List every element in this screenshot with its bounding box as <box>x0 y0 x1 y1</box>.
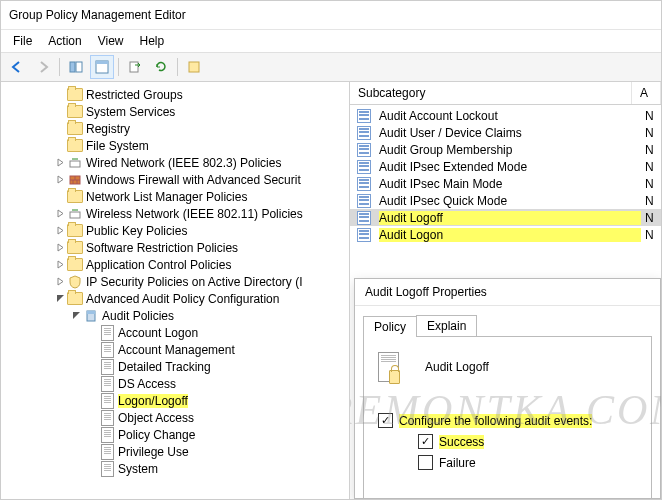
spacer <box>53 190 67 204</box>
list-row[interactable]: Audit Account LockoutN <box>350 107 661 124</box>
spacer <box>85 377 99 391</box>
tree-item[interactable]: Account Logon <box>1 324 349 341</box>
tree-label: Account Logon <box>118 326 198 340</box>
collapse-icon[interactable] <box>69 309 83 323</box>
folder-icon <box>67 138 83 154</box>
tab-policy[interactable]: Policy <box>363 316 417 337</box>
svg-rect-3 <box>96 61 108 64</box>
tree-item[interactable]: IP Security Policies on Active Directory… <box>1 273 349 290</box>
separator <box>118 58 119 76</box>
separator <box>177 58 178 76</box>
list-row[interactable]: Audit IPsec Quick ModeN <box>350 192 661 209</box>
back-button[interactable] <box>5 55 29 79</box>
properties-button[interactable] <box>90 55 114 79</box>
folder-icon <box>67 291 83 307</box>
tree-label: DS Access <box>118 377 176 391</box>
menu-action[interactable]: Action <box>40 32 89 50</box>
tree-item[interactable]: Public Key Policies <box>1 222 349 239</box>
expand-icon[interactable] <box>53 207 67 221</box>
tree-item[interactable]: Software Restriction Policies <box>1 239 349 256</box>
spacer <box>85 343 99 357</box>
spacer <box>53 88 67 102</box>
list-header[interactable]: Subcategory A <box>350 82 661 105</box>
forward-button[interactable] <box>31 55 55 79</box>
doc-icon <box>99 461 115 477</box>
tree-item[interactable]: Audit Policies <box>1 307 349 324</box>
list-pane: Subcategory A Audit Account LockoutNAudi… <box>350 82 661 499</box>
collapse-icon[interactable] <box>53 292 67 306</box>
expand-icon[interactable] <box>53 275 67 289</box>
export-button[interactable] <box>123 55 147 79</box>
col-audit[interactable]: A <box>632 82 661 104</box>
doc-icon <box>99 325 115 341</box>
tree-item[interactable]: Application Control Policies <box>1 256 349 273</box>
spacer <box>85 428 99 442</box>
expand-icon[interactable] <box>53 241 67 255</box>
expand-icon[interactable] <box>53 258 67 272</box>
tree-item[interactable]: Policy Change <box>1 426 349 443</box>
audit-icon <box>356 125 372 141</box>
spacer <box>85 411 99 425</box>
tree-item[interactable]: System <box>1 460 349 477</box>
tree-item[interactable]: Windows Firewall with Advanced Securit <box>1 171 349 188</box>
show-hide-tree-button[interactable] <box>64 55 88 79</box>
tree-item[interactable]: Detailed Tracking <box>1 358 349 375</box>
doc-icon <box>99 410 115 426</box>
tree-label: Network List Manager Policies <box>86 190 247 204</box>
tree-label: File System <box>86 139 149 153</box>
tree-item[interactable]: System Services <box>1 103 349 120</box>
failure-label: Failure <box>439 456 476 470</box>
row-value: N <box>645 177 661 191</box>
menu-file[interactable]: File <box>5 32 40 50</box>
list-row[interactable]: Audit IPsec Main ModeN <box>350 175 661 192</box>
expand-icon[interactable] <box>53 224 67 238</box>
configure-label: Configure the following audit events: <box>399 414 592 428</box>
tree-item[interactable]: DS Access <box>1 375 349 392</box>
spacer <box>53 105 67 119</box>
tree-item[interactable]: Registry <box>1 120 349 137</box>
help-button[interactable] <box>182 55 206 79</box>
tree-item[interactable]: Account Management <box>1 341 349 358</box>
separator <box>59 58 60 76</box>
audit-icon <box>356 142 372 158</box>
audit-icon <box>356 227 372 243</box>
tree-item[interactable]: Wired Network (IEEE 802.3) Policies <box>1 154 349 171</box>
expand-icon[interactable] <box>53 173 67 187</box>
tree-item[interactable]: Logon/Logoff <box>1 392 349 409</box>
tree-item[interactable]: Network List Manager Policies <box>1 188 349 205</box>
list-row[interactable]: Audit LogoffN <box>350 209 661 226</box>
tree-item[interactable]: Wireless Network (IEEE 802.11) Policies <box>1 205 349 222</box>
audit-icon <box>356 108 372 124</box>
doc-icon <box>99 393 115 409</box>
tree-item[interactable]: Advanced Audit Policy Configuration <box>1 290 349 307</box>
list-row[interactable]: Audit IPsec Extended ModeN <box>350 158 661 175</box>
server-icon <box>83 308 99 324</box>
menu-help[interactable]: Help <box>132 32 173 50</box>
refresh-button[interactable] <box>149 55 173 79</box>
tab-explain[interactable]: Explain <box>416 315 477 336</box>
row-label: Audit IPsec Quick Mode <box>379 194 641 208</box>
svg-rect-6 <box>70 161 80 167</box>
row-value: N <box>645 126 661 140</box>
tree-label: Application Control Policies <box>86 258 231 272</box>
list-row[interactable]: Audit Group MembershipN <box>350 141 661 158</box>
tree-item[interactable]: File System <box>1 137 349 154</box>
tree-item[interactable]: Privilege Use <box>1 443 349 460</box>
failure-checkbox[interactable] <box>418 455 433 470</box>
list-row[interactable]: Audit User / Device ClaimsN <box>350 124 661 141</box>
folder-icon <box>67 223 83 239</box>
col-subcategory[interactable]: Subcategory <box>350 82 632 104</box>
row-value: N <box>645 143 661 157</box>
list-row[interactable]: Audit LogonN <box>350 226 661 243</box>
row-value: N <box>645 211 661 225</box>
tree-label: Public Key Policies <box>86 224 187 238</box>
spacer <box>85 445 99 459</box>
configure-checkbox[interactable]: ✓ <box>378 413 393 428</box>
tree-item[interactable]: Object Access <box>1 409 349 426</box>
success-checkbox[interactable]: ✓ <box>418 434 433 449</box>
expand-icon[interactable] <box>53 156 67 170</box>
window-title: Group Policy Management Editor <box>9 8 186 22</box>
tree-item[interactable]: Restricted Groups <box>1 86 349 103</box>
tree-pane[interactable]: Restricted GroupsSystem ServicesRegistry… <box>1 82 350 499</box>
menu-view[interactable]: View <box>90 32 132 50</box>
